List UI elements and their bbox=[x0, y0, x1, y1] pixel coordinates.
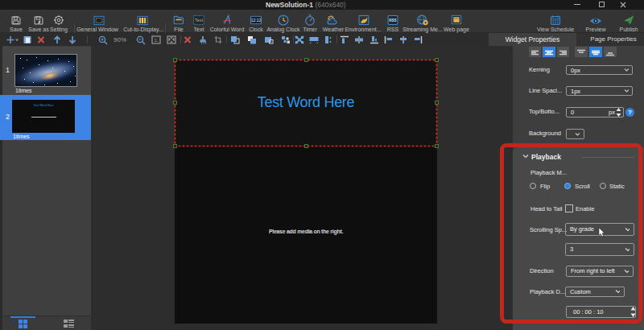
svg-text:Text: Text bbox=[195, 18, 203, 23]
svg-text:12:12: 12:12 bbox=[251, 19, 262, 23]
svg-text:1:: 1: bbox=[154, 38, 158, 43]
svg-text:RSS: RSS bbox=[389, 19, 396, 23]
